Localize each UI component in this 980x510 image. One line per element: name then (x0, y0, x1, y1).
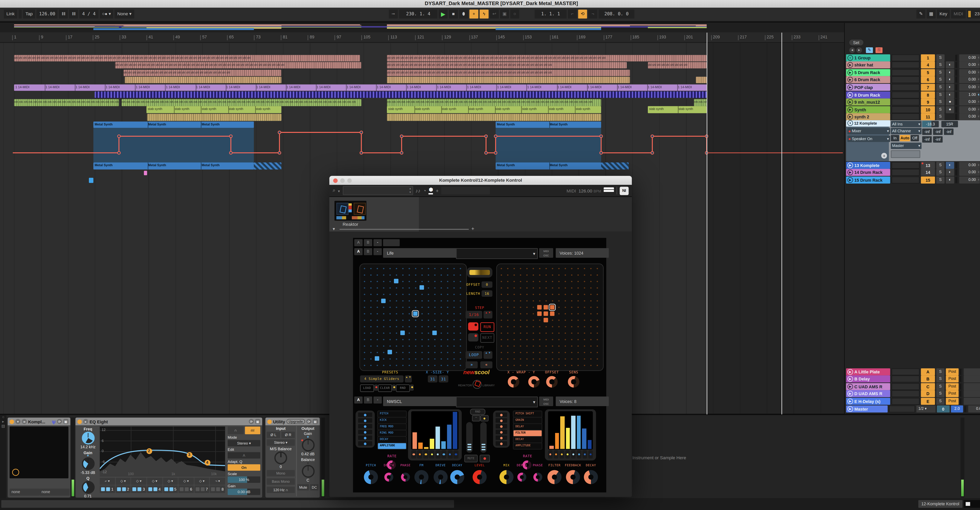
ens-tab-minus[interactable]: - (373, 239, 382, 246)
chart-bar[interactable] (555, 433, 559, 449)
clip-cell[interactable]: 1 14-MIDI (74, 84, 106, 91)
inst-tab-b[interactable]: B (364, 397, 372, 404)
step-button[interactable] (565, 450, 570, 458)
track-delay-field[interactable]: 0.00 (968, 405, 980, 412)
solo-button[interactable]: S (936, 62, 945, 68)
track-name-edit-field[interactable] (891, 150, 920, 158)
grid-cell[interactable] (544, 305, 548, 309)
inst-tab-minus[interactable]: - (373, 397, 382, 404)
track-edit-box[interactable] (891, 84, 920, 91)
speaker-device-selector[interactable]: Speaker On (847, 136, 890, 142)
track-row-13-komplete[interactable]: ▶13 Komplete13S◐0.00ms (846, 162, 980, 168)
clip-cell[interactable]: 1 14-MIDI (285, 84, 317, 91)
ms-balance-value[interactable]: 0 (267, 465, 295, 469)
track-row-a-little-plate[interactable]: ▶A Little PlateASPostms (846, 368, 980, 375)
audition-headphone-button[interactable]: ∩ (228, 426, 243, 434)
track-number-activator[interactable]: 1 (921, 54, 935, 61)
send-d-field[interactable]: -inf (922, 136, 932, 143)
level-slider-right[interactable] (480, 422, 487, 453)
track-delay-field[interactable]: 0.00 (959, 54, 980, 61)
track-name[interactable]: ▶Master (846, 405, 888, 412)
solo-button[interactable]: S (936, 169, 945, 176)
menu-item-decay[interactable]: DECAY (377, 436, 407, 443)
knob-filter[interactable] (547, 470, 562, 484)
track-edit-box[interactable] (891, 368, 920, 375)
track-fold-icon[interactable]: ▶ (847, 369, 853, 374)
step-button[interactable] (447, 450, 453, 458)
ens-tab-b[interactable]: B (364, 239, 372, 246)
track-fold-icon[interactable]: ▶ (847, 77, 853, 83)
clip-segment[interactable]: shl shl shl shl shl shl shl shl shl shl … (387, 55, 706, 61)
post-toggle[interactable]: Post (946, 368, 959, 375)
track-delay-field[interactable]: 1.00 (959, 91, 980, 98)
capture-midi-button[interactable]: ▣ (500, 10, 509, 19)
chart-bar[interactable] (549, 446, 554, 449)
solo-button[interactable]: S (936, 375, 945, 383)
grid-cell[interactable] (394, 279, 398, 283)
inst-tab-minus[interactable]: - (373, 248, 382, 255)
clip-segment[interactable]: stab synthstab synthstab synthstab synth… (146, 106, 281, 113)
led-cell[interactable] (358, 441, 372, 446)
track-number-activator[interactable]: 5 (921, 69, 935, 76)
track-edit-box[interactable] (891, 398, 920, 405)
band-filter-type-selector[interactable]: ◇ ▾ (131, 478, 146, 485)
chart-bar[interactable] (430, 439, 434, 449)
track-edit-box[interactable] (891, 162, 920, 168)
link-split[interactable] (18, 10, 22, 19)
knob-pitch[interactable] (364, 470, 378, 484)
punch-in-button[interactable]: ⌐ (568, 10, 577, 19)
track-delay-field[interactable]: 0.00 (959, 84, 980, 91)
track-name[interactable]: ▶6 Drum Rack (846, 76, 890, 83)
track-row-master[interactable]: ▶Master1/2 ▾02.00.00ms (846, 405, 980, 412)
step-button[interactable] (554, 450, 558, 458)
grid-cell[interactable] (420, 285, 424, 290)
clip-segment[interactable] (147, 113, 281, 121)
menu-item-decay[interactable]: DECAY (513, 436, 542, 443)
add-automation-lane-button[interactable]: + (881, 153, 887, 159)
clip-loop-tail[interactable] (254, 162, 281, 169)
solo-button[interactable]: S (936, 54, 945, 61)
loop-mode-selector[interactable]: LOOP (466, 351, 482, 359)
clip-segment[interactable]: mh mh mh mh mh mh mh mh mh mh mh mh mh m… (387, 99, 601, 106)
clip-cell[interactable]: 1 14-MIDI (345, 84, 377, 91)
cue-volume[interactable]: 0 (937, 405, 950, 412)
track-edit-box[interactable] (891, 91, 920, 98)
track-edit-box[interactable] (891, 69, 920, 76)
device-on-toggle[interactable] (267, 419, 272, 424)
reaktor-preview-tile[interactable] (334, 201, 366, 221)
clip-cell[interactable]: stab synth (228, 106, 256, 113)
arrangement-position-field[interactable]: 230. 1. 4 (399, 10, 438, 19)
post-toggle[interactable]: Post (946, 398, 959, 405)
add-plugin-icon[interactable]: + (471, 226, 474, 232)
track-delay-field[interactable]: 0.00 (959, 106, 980, 113)
newscool-length-value[interactable]: 16 (482, 290, 492, 297)
clip-cell[interactable]: 1 14-MIDI (44, 84, 75, 91)
monitor-off-button[interactable]: Off (911, 135, 919, 141)
clip-segment[interactable]: mh mh mh mh mh mh mh mh mh mh mh mh mh m… (14, 99, 119, 106)
clip-cell[interactable]: stab synth (494, 106, 522, 113)
solo-button[interactable]: S (936, 69, 945, 76)
track-row-8-drum-rack[interactable]: ▶8 Drum Rack8S◐1.00ms (846, 91, 980, 98)
clip-metal-header[interactable]: Metal SynthMetal SynthMetal Synth (93, 122, 254, 128)
ens-tab-extra[interactable] (383, 239, 399, 246)
track-number-activator[interactable]: 10 (921, 106, 935, 113)
q-knob[interactable] (81, 481, 94, 494)
track-edit-box[interactable] (891, 375, 920, 383)
preset-spinner[interactable]: ▲ ▼ (405, 375, 412, 382)
track-number-activator[interactable]: 14 (921, 169, 935, 176)
mixer-view-icon[interactable] (604, 187, 614, 194)
rnd-button[interactable]: RND (470, 409, 485, 415)
clip-segment[interactable] (125, 77, 281, 83)
arm-button[interactable]: ● (946, 99, 954, 106)
chart-bar[interactable] (418, 442, 423, 449)
loop-spinner[interactable]: ▲ ▼ (484, 351, 493, 359)
sidechain-none-1[interactable]: none (10, 489, 40, 496)
plugin-title-bar[interactable]: Komplete Kontrol/12-Komplete Kontrol (329, 176, 632, 185)
track-delay-field[interactable]: 0.00 (959, 169, 980, 176)
newscool-offset-value[interactable]: 0 (482, 281, 492, 288)
track-name[interactable]: ▶13 Komplete (846, 162, 890, 168)
grid-cell[interactable] (433, 330, 437, 335)
clip-segment[interactable] (387, 77, 630, 83)
wrench-icon[interactable]: ⌯ (22, 419, 27, 424)
freq-knob[interactable] (81, 432, 94, 444)
